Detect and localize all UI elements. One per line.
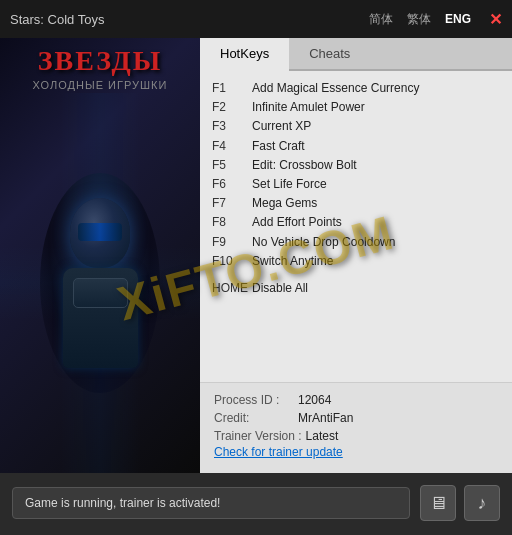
character-visor — [78, 223, 122, 241]
hotkey-key-f6: F6 — [212, 175, 252, 194]
language-switcher: 简体 繁体 ENG ✕ — [365, 9, 502, 30]
process-label: Process ID : — [214, 393, 294, 407]
character-figure — [63, 198, 138, 368]
hotkey-desc-f1: Add Magical Essence Currency — [252, 79, 419, 98]
hotkey-desc-f9: No Vehicle Drop Cooldown — [252, 233, 395, 252]
hotkey-desc-f5: Edit: Crossbow Bolt — [252, 156, 357, 175]
bottom-bar: Game is running, trainer is activated! 🖥… — [0, 473, 512, 533]
hotkey-key-f10: F10 — [212, 252, 252, 271]
hotkey-row-f4: F4 Fast Craft — [212, 137, 500, 156]
character-suit-detail — [73, 278, 128, 308]
hotkey-row-f6: F6 Set Life Force — [212, 175, 500, 194]
status-message: Game is running, trainer is activated! — [12, 487, 410, 519]
hotkey-row-home: HOME Disable All — [212, 279, 500, 298]
app-title: Stars: Cold Toys — [10, 12, 365, 27]
character-art — [0, 93, 200, 473]
hotkey-row-f1: F1 Add Magical Essence Currency — [212, 79, 500, 98]
hotkey-desc-f10: Switch Anytime — [252, 252, 333, 271]
hotkey-row-f7: F7 Mega Gems — [212, 194, 500, 213]
hotkey-key-home: HOME — [212, 279, 252, 298]
main-area: ЗВЕЗДЫ ХОЛОДНЫЕ ИГРУШКИ HotKeys Chea — [0, 38, 512, 473]
hotkey-key-f5: F5 — [212, 156, 252, 175]
hotkey-key-f1: F1 — [212, 79, 252, 98]
credit-label: Credit: — [214, 411, 294, 425]
hotkey-key-f7: F7 — [212, 194, 252, 213]
hotkey-row-f9: F9 No Vehicle Drop Cooldown — [212, 233, 500, 252]
character-body — [63, 268, 138, 368]
hotkey-spacer — [212, 271, 500, 279]
trainer-label: Trainer Version : — [214, 429, 302, 443]
info-section: Process ID : 12064 Credit: MrAntiFan Tra… — [200, 382, 512, 473]
title-bar: Stars: Cold Toys 简体 繁体 ENG ✕ — [0, 0, 512, 38]
hotkey-key-f2: F2 — [212, 98, 252, 117]
game-image-panel: ЗВЕЗДЫ ХОЛОДНЫЕ ИГРУШКИ — [0, 38, 200, 473]
hotkey-key-f9: F9 — [212, 233, 252, 252]
process-row: Process ID : 12064 — [214, 393, 498, 407]
hotkey-desc-f4: Fast Craft — [252, 137, 305, 156]
hotkey-row-f8: F8 Add Effort Points — [212, 213, 500, 232]
lang-btn-simplified[interactable]: 简体 — [365, 9, 397, 30]
hotkey-desc-f8: Add Effort Points — [252, 213, 342, 232]
lang-btn-english[interactable]: ENG — [441, 10, 475, 28]
hotkey-row-f3: F3 Current XP — [212, 117, 500, 136]
right-panel: HotKeys Cheats F1 Add Magical Essence Cu… — [200, 38, 512, 473]
credit-row: Credit: MrAntiFan — [214, 411, 498, 425]
lang-btn-traditional[interactable]: 繁体 — [403, 9, 435, 30]
hotkey-desc-f2: Infinite Amulet Power — [252, 98, 365, 117]
update-link[interactable]: Check for trainer update — [214, 445, 343, 459]
character-head — [70, 198, 130, 268]
hotkey-desc-f7: Mega Gems — [252, 194, 317, 213]
hotkey-desc-home: Disable All — [252, 279, 308, 298]
hotkey-desc-f3: Current XP — [252, 117, 311, 136]
trainer-version-row: Trainer Version : Latest — [214, 429, 498, 443]
game-title-russian: ЗВЕЗДЫ — [34, 38, 166, 77]
trainer-value: Latest — [306, 429, 339, 443]
credit-value: MrAntiFan — [298, 411, 353, 425]
hotkey-key-f4: F4 — [212, 137, 252, 156]
update-row: Check for trainer update — [214, 445, 498, 459]
hotkey-desc-f6: Set Life Force — [252, 175, 327, 194]
hotkey-row-f10: F10 Switch Anytime — [212, 252, 500, 271]
bottom-icon-group: 🖥 ♪ — [420, 485, 500, 521]
hotkey-row-f5: F5 Edit: Crossbow Bolt — [212, 156, 500, 175]
close-button[interactable]: ✕ — [489, 10, 502, 29]
hotkey-key-f8: F8 — [212, 213, 252, 232]
process-value: 12064 — [298, 393, 331, 407]
tab-cheats[interactable]: Cheats — [289, 38, 370, 69]
game-subtitle-russian: ХОЛОДНЫЕ ИГРУШКИ — [31, 77, 170, 93]
game-art: ЗВЕЗДЫ ХОЛОДНЫЕ ИГРУШКИ — [0, 38, 200, 473]
hotkey-row-f2: F2 Infinite Amulet Power — [212, 98, 500, 117]
tab-bar: HotKeys Cheats — [200, 38, 512, 71]
monitor-button[interactable]: 🖥 — [420, 485, 456, 521]
music-button[interactable]: ♪ — [464, 485, 500, 521]
hotkeys-content: F1 Add Magical Essence Currency F2 Infin… — [200, 71, 512, 382]
tab-hotkeys[interactable]: HotKeys — [200, 38, 289, 71]
hotkey-key-f3: F3 — [212, 117, 252, 136]
